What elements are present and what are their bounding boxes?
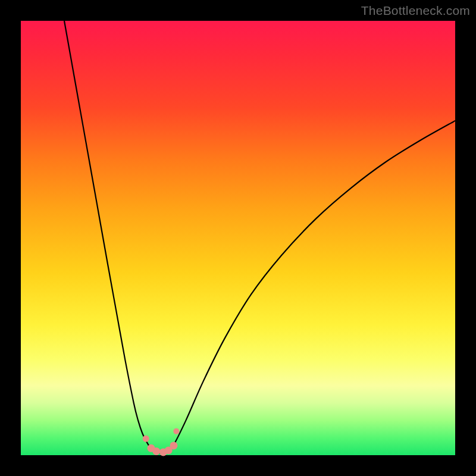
plot-area xyxy=(21,21,455,455)
valley-markers xyxy=(21,21,455,455)
valley-marker xyxy=(170,441,177,449)
valley-marker xyxy=(173,428,179,434)
valley-marker xyxy=(152,447,160,455)
watermark-text: TheBottleneck.com xyxy=(361,4,470,18)
valley-marker xyxy=(143,436,149,442)
chart-frame: TheBottleneck.com xyxy=(0,0,476,476)
